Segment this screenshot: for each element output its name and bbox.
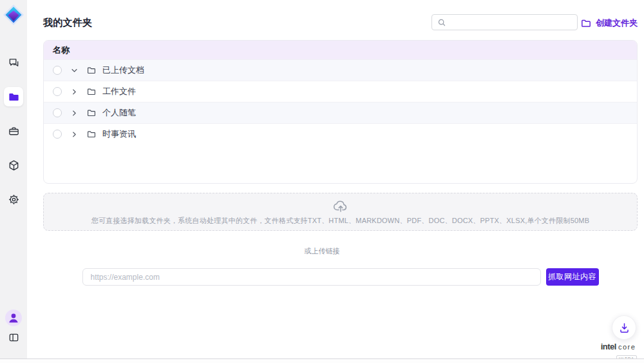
sidebar-nav xyxy=(4,53,23,209)
window-bottom-edge xyxy=(0,358,644,363)
chevron-right-icon[interactable] xyxy=(70,88,79,96)
folder-row-personal-notes[interactable]: 个人随笔 xyxy=(44,102,637,123)
app-logo-gem-icon[interactable] xyxy=(3,4,24,26)
folder-row-uploaded-docs[interactable]: 已上传文档 xyxy=(44,59,637,81)
upload-hint-text: 您可直接选择加载文件夹，系统自动处理其中的文件，文件格式支持TXT、HTML、M… xyxy=(91,216,589,226)
folder-name: 个人随笔 xyxy=(102,107,136,119)
sidebar-item-settings[interactable] xyxy=(4,190,23,209)
briefcase-icon xyxy=(8,125,20,137)
cloud-upload-icon xyxy=(332,199,349,213)
upload-dropzone[interactable]: 您可直接选择加载文件夹，系统自动处理其中的文件，文件格式支持TXT、HTML、M… xyxy=(43,193,638,231)
folder-icon xyxy=(87,87,96,96)
create-folder-label: 创建文件夹 xyxy=(596,17,638,29)
folder-name: 已上传文档 xyxy=(102,64,144,76)
folder-name: 工作文件 xyxy=(102,86,136,97)
folder-name: 时事资讯 xyxy=(102,128,136,140)
folder-icon xyxy=(87,66,96,75)
download-icon xyxy=(618,322,630,334)
folders-table: 名称 已上传文档 工作文件 个人随笔 xyxy=(43,40,638,184)
row-checkbox[interactable] xyxy=(53,130,62,139)
row-checkbox[interactable] xyxy=(53,87,62,96)
gear-icon xyxy=(8,193,20,206)
url-input[interactable] xyxy=(82,268,541,286)
folder-icon xyxy=(8,91,20,103)
chevron-right-icon[interactable] xyxy=(70,109,79,117)
url-upload-row: 抓取网址内容 xyxy=(43,268,638,286)
chat-icon xyxy=(8,57,20,69)
or-upload-link-label: 或上传链接 xyxy=(0,246,644,256)
page-title: 我的文件夹 xyxy=(43,17,93,29)
row-checkbox[interactable] xyxy=(53,66,62,75)
sidebar xyxy=(0,0,27,358)
sidebar-bottom xyxy=(5,309,22,344)
sidebar-item-folders[interactable] xyxy=(4,87,23,106)
folder-row-work-files[interactable]: 工作文件 xyxy=(44,81,637,102)
search-box[interactable] xyxy=(431,14,578,30)
search-input[interactable] xyxy=(450,18,572,27)
search-icon xyxy=(437,18,446,27)
row-checkbox[interactable] xyxy=(53,108,62,117)
name-column-header: 名称 xyxy=(53,44,70,56)
chevron-right-icon[interactable] xyxy=(70,130,79,139)
table-header-row: 名称 xyxy=(44,41,637,59)
sidebar-item-models[interactable] xyxy=(4,155,23,175)
core-wordmark: core xyxy=(618,343,636,351)
folder-row-news[interactable]: 时事资讯 xyxy=(44,123,637,144)
intel-wordmark: intel xyxy=(601,342,616,351)
download-fab-button[interactable] xyxy=(612,315,636,340)
folder-icon xyxy=(87,130,96,139)
create-folder-button[interactable]: 创建文件夹 xyxy=(581,17,638,30)
sidebar-item-chat[interactable] xyxy=(4,53,23,72)
folder-plus-icon xyxy=(581,18,591,28)
collapse-panel-icon[interactable] xyxy=(7,331,21,344)
cube-icon xyxy=(8,159,20,172)
chevron-right-icon[interactable] xyxy=(70,66,79,75)
sidebar-item-workspace[interactable] xyxy=(4,121,23,141)
fetch-url-button[interactable]: 抓取网址内容 xyxy=(546,268,599,286)
folder-icon xyxy=(87,108,96,117)
user-avatar[interactable] xyxy=(5,309,22,326)
